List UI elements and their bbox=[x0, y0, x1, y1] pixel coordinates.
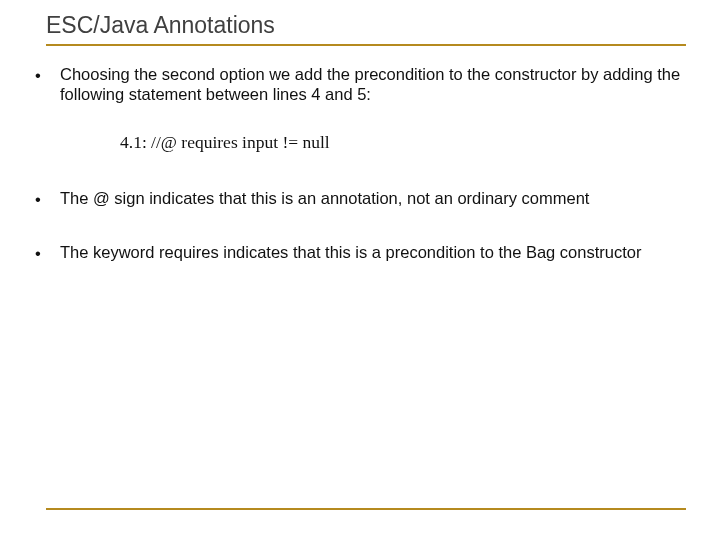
slide: ESC/Java Annotations • Choosing the seco… bbox=[0, 0, 720, 540]
slide-body: • Choosing the second option we add the … bbox=[30, 64, 690, 296]
bullet-text: The @ sign indicates that this is an ann… bbox=[60, 189, 589, 207]
footer-divider bbox=[46, 508, 686, 510]
bullet-item: • The keyword requires indicates that th… bbox=[30, 242, 690, 262]
bullet-dot-icon: • bbox=[35, 243, 41, 263]
bullet-text: The keyword requires indicates that this… bbox=[60, 243, 641, 261]
bullet-item: • Choosing the second option we add the … bbox=[30, 64, 690, 104]
code-line: 4.1: //@ requires input != null bbox=[30, 132, 690, 153]
title-divider bbox=[46, 44, 686, 46]
bullet-item: • The @ sign indicates that this is an a… bbox=[30, 188, 690, 208]
bullet-dot-icon: • bbox=[35, 189, 41, 209]
bullet-dot-icon: • bbox=[35, 65, 41, 85]
slide-title: ESC/Java Annotations bbox=[46, 12, 275, 39]
bullet-text: Choosing the second option we add the pr… bbox=[60, 65, 680, 103]
